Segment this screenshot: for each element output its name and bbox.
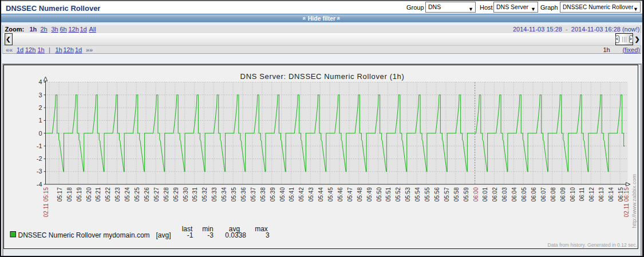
svg-text:05:17: 05:17: [57, 187, 63, 201]
svg-text:05:43: 05:43: [308, 187, 314, 201]
svg-text:05:28: 05:28: [163, 187, 169, 201]
svg-text:05:37: 05:37: [250, 187, 256, 201]
svg-text:-3: -3: [207, 231, 214, 239]
svg-text:3: 3: [38, 92, 42, 98]
svg-text:06:13: 06:13: [598, 187, 605, 201]
svg-text:[avg]: [avg]: [156, 231, 171, 239]
svg-text:05:22: 05:22: [105, 187, 111, 201]
svg-text:06:01: 06:01: [482, 187, 488, 201]
svg-text:06:03: 06:03: [501, 187, 508, 201]
svg-text:02.11 05:15: 02.11 05:15: [43, 187, 49, 218]
svg-text:05:39: 05:39: [270, 187, 276, 201]
svg-text:05:47: 05:47: [347, 187, 353, 201]
svg-text:06:12: 06:12: [588, 187, 595, 201]
svg-text:05:50: 05:50: [376, 187, 382, 201]
svg-text:05:52: 05:52: [395, 187, 401, 201]
svg-text:05:44: 05:44: [318, 187, 324, 201]
svg-text:-2: -2: [37, 155, 42, 162]
svg-text:Data from history. Generated i: Data from history. Generated in 0.12 sec…: [547, 242, 637, 248]
svg-text:05:53: 05:53: [405, 187, 411, 201]
svg-text:06:07: 06:07: [540, 187, 547, 201]
svg-text:05:25: 05:25: [134, 187, 140, 201]
svg-text:05:27: 05:27: [153, 187, 160, 201]
svg-text:05:57: 05:57: [444, 187, 450, 201]
svg-text:05:29: 05:29: [173, 187, 179, 201]
svg-text:05:30: 05:30: [183, 187, 189, 201]
svg-text:05:23: 05:23: [114, 187, 121, 201]
svg-text:DNS Server: DNSSEC Numeric Rol: DNS Server: DNSSEC Numeric Rollover (1h): [240, 72, 405, 81]
svg-text:05:19: 05:19: [76, 187, 82, 201]
svg-text:05:26: 05:26: [144, 187, 150, 201]
svg-text:05:38: 05:38: [260, 187, 266, 201]
svg-text:06:09: 06:09: [560, 187, 566, 201]
svg-text:05:42: 05:42: [298, 187, 305, 201]
svg-text:05:49: 05:49: [366, 187, 373, 201]
svg-text:-3: -3: [37, 168, 42, 175]
svg-text:06:05: 06:05: [521, 187, 527, 201]
svg-text:05:51: 05:51: [385, 187, 392, 201]
svg-text:06:04: 06:04: [511, 187, 517, 201]
svg-text:0.0338: 0.0338: [225, 231, 246, 239]
svg-text:05:41: 05:41: [289, 187, 295, 201]
svg-text:06:02: 06:02: [492, 187, 498, 201]
svg-text:05:46: 05:46: [337, 187, 343, 201]
svg-text:05:58: 05:58: [453, 187, 460, 201]
svg-text:06:10: 06:10: [570, 187, 576, 201]
svg-text:02.11 06:15: 02.11 06:15: [623, 187, 630, 218]
svg-text:05:24: 05:24: [124, 187, 131, 201]
svg-text:05:40: 05:40: [279, 187, 286, 201]
svg-text:0: 0: [38, 130, 42, 137]
svg-text:05:31: 05:31: [192, 187, 198, 201]
svg-text:06:00: 06:00: [473, 187, 479, 201]
svg-text:-1: -1: [37, 143, 42, 149]
svg-text:4: 4: [38, 78, 42, 85]
svg-text:05:32: 05:32: [202, 187, 208, 201]
svg-text:-4: -4: [37, 181, 42, 188]
svg-text:05:35: 05:35: [231, 187, 237, 201]
svg-text:06:08: 06:08: [550, 187, 556, 201]
svg-text:05:20: 05:20: [86, 187, 92, 201]
svg-text:05:45: 05:45: [327, 187, 334, 201]
svg-text:05:36: 05:36: [240, 187, 247, 201]
svg-text:05:54: 05:54: [414, 187, 421, 201]
svg-text:05:21: 05:21: [95, 187, 101, 201]
svg-text:3: 3: [266, 231, 270, 239]
svg-text:05:33: 05:33: [211, 187, 218, 201]
svg-text:05:48: 05:48: [357, 187, 363, 201]
svg-text:05:34: 05:34: [221, 187, 227, 201]
svg-text:06:11: 06:11: [579, 187, 585, 201]
svg-text:05:56: 05:56: [434, 187, 440, 201]
svg-text:http://www.zabbix.com: http://www.zabbix.com: [631, 174, 637, 228]
svg-text:-1: -1: [187, 231, 193, 239]
svg-text:05:18: 05:18: [66, 187, 73, 201]
svg-text:06:14: 06:14: [608, 187, 614, 201]
svg-text:1: 1: [38, 117, 42, 124]
svg-text:DNSSEC Numeric Rollover mydoma: DNSSEC Numeric Rollover mydomain.com: [18, 231, 150, 239]
svg-text:05:55: 05:55: [424, 187, 430, 201]
svg-text:06:06: 06:06: [531, 187, 537, 201]
svg-text:05:59: 05:59: [463, 187, 469, 201]
svg-text:2: 2: [38, 104, 42, 111]
